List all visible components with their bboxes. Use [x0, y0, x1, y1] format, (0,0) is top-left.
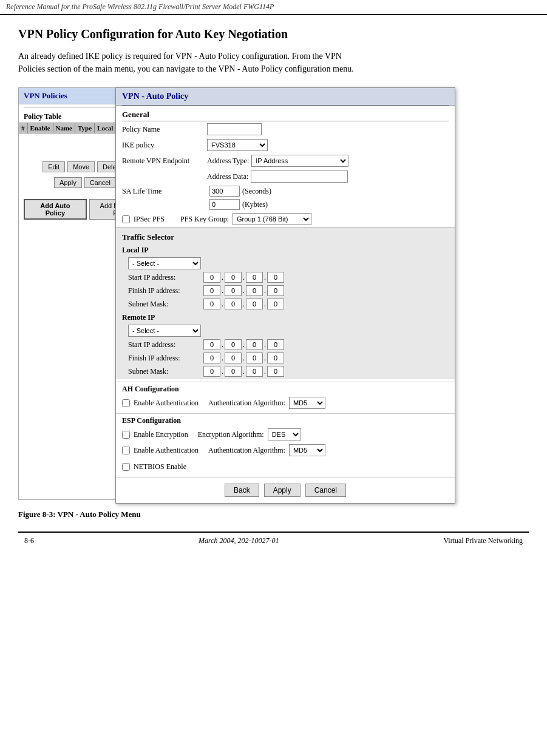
remote-subnet-row: Subnet Mask: . . . [116, 365, 455, 378]
esp-configuration-section: ESP Configuration Enable Encryption Encr… [116, 413, 455, 458]
remote-finish-oct1[interactable] [203, 353, 220, 363]
page-content: VPN Policy Configuration for Auto Key Ne… [0, 15, 547, 561]
figure-container: VPN Policies Policy Table # Enable Name … [18, 87, 529, 500]
ipsec-pfs-checkbox[interactable] [122, 215, 130, 223]
back-button[interactable]: Back [225, 484, 259, 497]
local-finish-oct3[interactable] [246, 285, 263, 296]
ah-configuration-section: AH Configuration Enable Authentication A… [116, 382, 455, 411]
netbios-checkbox[interactable] [122, 463, 130, 471]
traffic-selector-section: Traffic Selector Local IP - Select - Sta… [116, 227, 455, 379]
esp-enable-encrypt-row: Enable Encryption Encryption Algorithm: … [116, 427, 455, 442]
ike-policy-control: FVS318 [207, 139, 449, 151]
pfs-key-group-select[interactable]: Group 1 (768 Bit) [233, 213, 311, 225]
ike-policy-label: IKE policy [122, 141, 207, 150]
sa-seconds-unit: (Seconds) [242, 187, 271, 196]
esp-auth-algo-select[interactable]: MD5 [289, 444, 325, 456]
bottom-buttons: Back Apply Cancel [116, 477, 455, 503]
policy-name-control [207, 123, 449, 135]
esp-enable-auth-checkbox[interactable] [122, 447, 130, 454]
col-enable: Enable [28, 123, 53, 133]
local-subnet-label: Subnet Mask: [128, 300, 201, 309]
sa-life-time-label: SA Life Time [122, 187, 207, 196]
remote-select-row: - Select - [116, 323, 455, 338]
policy-name-input[interactable] [207, 123, 262, 135]
policy-name-row: Policy Name [116, 121, 455, 137]
esp-enable-encrypt-label: Enable Encryption [134, 430, 188, 439]
local-start-oct4[interactable] [267, 272, 284, 283]
sa-seconds-input[interactable] [209, 186, 240, 197]
remote-finish-oct2[interactable] [225, 353, 242, 363]
esp-enable-encrypt-checkbox[interactable] [122, 431, 130, 439]
apply-button[interactable]: Apply [264, 484, 301, 497]
esp-enable-auth-row: Enable Authentication Authentication Alg… [116, 442, 455, 458]
remote-subnet-oct2[interactable] [225, 366, 242, 377]
remote-ip-select[interactable]: - Select - [128, 325, 201, 337]
local-finish-oct2[interactable] [225, 285, 242, 296]
ah-enable-auth-row: Enable Authentication Authentication Alg… [116, 395, 455, 411]
cancel-button[interactable]: Cancel [305, 484, 346, 497]
address-type-select[interactable]: IP Address [251, 155, 348, 167]
local-subnet-oct4[interactable] [267, 299, 284, 309]
remote-finish-oct4[interactable] [267, 353, 284, 363]
remote-start-oct4[interactable] [267, 339, 284, 350]
remote-subnet-oct4[interactable] [267, 366, 284, 377]
remote-finish-oct3[interactable] [246, 353, 263, 363]
ah-enable-auth-checkbox[interactable] [122, 399, 130, 407]
local-subnet-oct2[interactable] [225, 299, 242, 309]
apply-button-policies[interactable]: Apply [54, 177, 82, 188]
local-ip-select[interactable]: - Select - [128, 257, 201, 269]
local-finish-oct1[interactable] [203, 285, 220, 296]
page-description: An already defined IKE policy is require… [18, 50, 529, 75]
description-line2: Policies section of the main menu, you c… [18, 64, 354, 73]
remote-subnet-oct3[interactable] [246, 366, 263, 377]
remote-start-ip-label: Start IP address: [128, 340, 201, 349]
footer-center: March 2004, 202-10027-01 [199, 536, 279, 545]
esp-enable-auth-label: Enable Authentication [134, 446, 199, 455]
remote-subnet-label: Subnet Mask: [128, 367, 201, 376]
remote-vpn-label: Remote VPN Endpoint [122, 157, 207, 166]
local-subnet-row: Subnet Mask: . . . [116, 297, 455, 311]
add-auto-policy-button[interactable]: Add Auto Policy [24, 199, 87, 220]
ah-enable-auth-label: Enable Authentication [134, 399, 199, 408]
address-data-input[interactable] [251, 170, 348, 183]
col-local: Local [95, 123, 116, 133]
local-start-oct3[interactable] [246, 272, 263, 283]
esp-configuration-title: ESP Configuration [116, 414, 455, 427]
local-start-oct2[interactable] [225, 272, 242, 283]
ah-auth-algo-label: Authentication Algorithm: [208, 399, 285, 408]
remote-vpn-control: Address Type: IP Address [207, 155, 449, 167]
local-subnet-oct1[interactable] [203, 299, 220, 309]
local-select-row: - Select - [116, 256, 455, 271]
remote-start-oct1[interactable] [203, 339, 220, 350]
edit-button[interactable]: Edit [42, 161, 65, 172]
general-section-title: General [116, 106, 455, 121]
ike-policy-select[interactable]: FVS318 [207, 139, 268, 151]
ike-policy-row: IKE policy FVS318 [116, 137, 455, 153]
remote-subnet-oct1[interactable] [203, 366, 220, 377]
page-title: VPN Policy Configuration for Auto Key Ne… [18, 27, 529, 41]
remote-start-oct2[interactable] [225, 339, 242, 350]
auto-policy-title: VPN - Auto Policy [116, 88, 455, 106]
netbios-row: NETBIOS Enable [116, 461, 455, 473]
local-start-ip-group: . . . [203, 272, 284, 283]
remote-start-oct3[interactable] [246, 339, 263, 350]
netbios-label: NETBIOS Enable [134, 462, 186, 471]
esp-encrypt-algo-select[interactable]: DES [268, 428, 301, 440]
move-button[interactable]: Move [67, 161, 95, 172]
footer-left: 8-6 [24, 536, 34, 545]
remote-subnet-group: . . . [203, 366, 284, 377]
sa-seconds-row: SA Life Time (Seconds) [116, 184, 455, 198]
ipsec-pfs-label: IPSec PFS [134, 215, 165, 224]
local-finish-ip-row: Finish IP address: . . . [116, 284, 455, 297]
local-subnet-oct3[interactable] [246, 299, 263, 309]
local-finish-oct4[interactable] [267, 285, 284, 296]
cancel-button-policies[interactable]: Cancel [84, 177, 116, 188]
description-line1: An already defined IKE policy is require… [18, 52, 342, 61]
sa-kbytes-input[interactable] [209, 199, 240, 210]
page-footer: 8-6 March 2004, 202-10027-01 Virtual Pri… [18, 532, 529, 549]
ipsec-pfs-row: IPSec PFS PFS Key Group: Group 1 (768 Bi… [116, 211, 455, 227]
page-header: Reference Manual for the ProSafe Wireles… [0, 0, 547, 15]
local-start-oct1[interactable] [203, 272, 220, 283]
remote-finish-ip-group: . . . [203, 353, 284, 363]
ah-auth-algo-select[interactable]: MD5 [289, 397, 325, 409]
